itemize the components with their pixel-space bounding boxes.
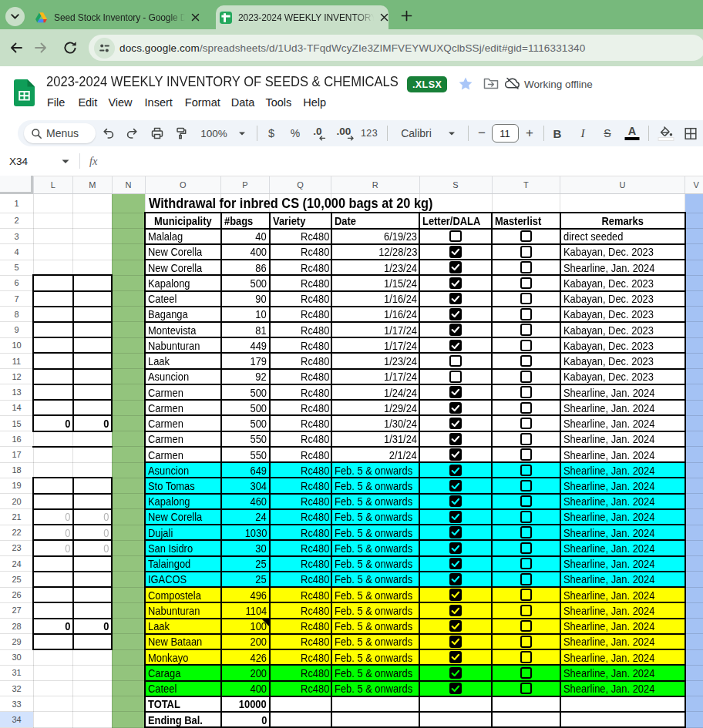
- cell-variety-20[interactable]: Rc480: [273, 494, 330, 509]
- row-header-7[interactable]: 7: [0, 291, 33, 307]
- checkbox-S-31-checked[interactable]: [449, 667, 462, 679]
- spreadsheet-grid[interactable]: LMNOPQRSTUV12345678910111213141516171819…: [0, 176, 703, 728]
- cell-remarks-14[interactable]: Shearline, Jan. 2024: [563, 400, 682, 415]
- row-header-10[interactable]: 10: [0, 337, 33, 353]
- cell-remarks-17[interactable]: Shearline, Jan. 2024: [563, 447, 682, 462]
- checkbox-S-16-checked[interactable]: [449, 433, 462, 445]
- cell-date-31[interactable]: Feb. 5 & onwards: [335, 665, 417, 680]
- cell-remarks-23[interactable]: Shearline, Jan. 2024: [563, 540, 682, 555]
- checkbox-S-30-checked[interactable]: [449, 651, 462, 663]
- cell-variety-19[interactable]: Rc480: [273, 478, 330, 493]
- checkbox-T-30-unchecked[interactable]: [520, 651, 533, 663]
- menu-format[interactable]: Format: [185, 96, 220, 109]
- cell-municipality-24[interactable]: Talaingod: [148, 556, 218, 572]
- checkbox-T-29-unchecked[interactable]: [520, 636, 533, 648]
- header-cell-masterlist[interactable]: Masterlist: [495, 213, 557, 228]
- cell-date-30[interactable]: Feb. 5 & onwards: [335, 649, 417, 665]
- cell-l-21[interactable]: 0: [36, 509, 70, 525]
- checkbox-T-31-unchecked[interactable]: [520, 667, 533, 679]
- header-cell--bags[interactable]: #bags: [224, 213, 267, 228]
- column-header-T[interactable]: T: [492, 176, 560, 193]
- cell-date-25[interactable]: Feb. 5 & onwards: [335, 572, 417, 587]
- checkbox-T-26-unchecked[interactable]: [520, 589, 533, 601]
- site-settings-chip[interactable]: [94, 38, 115, 59]
- number-format-button[interactable]: 123: [361, 120, 378, 146]
- cell-remarks-19[interactable]: Shearline, Jan. 2024: [563, 478, 682, 493]
- cell-bags-17[interactable]: 550: [224, 447, 267, 462]
- cell-remarks-6[interactable]: Kabayan, Dec. 2023: [563, 275, 682, 290]
- row-header-5[interactable]: 5: [0, 260, 33, 275]
- format-percent-button[interactable]: %: [291, 120, 300, 146]
- bold-button[interactable]: B: [553, 120, 562, 146]
- cell-municipality-28[interactable]: Laak: [148, 619, 218, 634]
- cell-bags-5[interactable]: 86: [224, 260, 267, 275]
- cell-bags-29[interactable]: 200: [224, 634, 267, 649]
- checkbox-S-20-checked[interactable]: [449, 495, 462, 508]
- row-header-22[interactable]: 22: [0, 525, 33, 540]
- cell-municipality-22[interactable]: Dujali: [148, 525, 218, 540]
- redo-button[interactable]: [125, 120, 139, 146]
- cell-variety-7[interactable]: Rc480: [273, 291, 330, 307]
- title-cell[interactable]: Withdrawal for inbred CS (10,000 bags at…: [149, 194, 611, 213]
- cell-m-15[interactable]: 0: [76, 415, 109, 431]
- cell-bags-10[interactable]: 449: [224, 337, 267, 353]
- column-header-P[interactable]: P: [221, 176, 270, 193]
- font-family-control[interactable]: Calibri: [401, 120, 432, 146]
- checkbox-T-9-unchecked[interactable]: [520, 324, 533, 336]
- checkbox-T-11-unchecked[interactable]: [520, 355, 533, 367]
- cell-variety-17[interactable]: Rc480: [273, 447, 330, 462]
- checkbox-S-10-checked[interactable]: [449, 340, 462, 352]
- cell-municipality-21[interactable]: New Corella: [148, 509, 218, 525]
- checkbox-S-15-checked[interactable]: [449, 418, 462, 430]
- cell-remarks-31[interactable]: Shearline, Jan. 2024: [563, 665, 682, 680]
- column-header-L[interactable]: L: [33, 176, 73, 193]
- cell-date-32[interactable]: Feb. 5 & onwards: [335, 681, 417, 696]
- cell-remarks-3[interactable]: direct seeded: [563, 229, 682, 244]
- text-color-button[interactable]: A: [625, 120, 640, 146]
- checkbox-T-22-unchecked[interactable]: [520, 526, 533, 538]
- checkbox-S-8-checked[interactable]: [449, 308, 462, 320]
- cell-municipality-8[interactable]: Baganga: [148, 307, 218, 322]
- cell-bags-6[interactable]: 500: [224, 275, 267, 290]
- menu-help[interactable]: Help: [303, 96, 326, 109]
- checkbox-T-25-unchecked[interactable]: [520, 573, 533, 585]
- toolbar-search[interactable]: Menus: [24, 123, 96, 143]
- checkbox-S-9-checked[interactable]: [449, 324, 462, 336]
- row-header-12[interactable]: 12: [0, 369, 33, 384]
- cell-bags-3[interactable]: 40: [224, 229, 267, 244]
- cell-date-26[interactable]: Feb. 5 & onwards: [335, 587, 417, 602]
- row-header-8[interactable]: 8: [0, 307, 33, 322]
- tab-seed-stock-inventory[interactable]: Seed Stock Inventory - Google Dr: [28, 5, 207, 29]
- cell-bags-32[interactable]: 400: [224, 681, 267, 696]
- tab-search-button[interactable]: [5, 7, 25, 26]
- cell-bags-8[interactable]: 10: [224, 307, 267, 322]
- cell-municipality-15[interactable]: Carmen: [148, 415, 218, 431]
- cell-bags-4[interactable]: 400: [224, 244, 267, 260]
- checkbox-T-27-unchecked[interactable]: [520, 605, 533, 617]
- row-header-21[interactable]: 21: [0, 509, 33, 525]
- cell-bags-27[interactable]: 1104: [224, 602, 267, 618]
- back-button[interactable]: [9, 41, 23, 55]
- decrease-font-button[interactable]: −: [478, 120, 486, 146]
- increase-font-button[interactable]: +: [526, 120, 533, 146]
- checkbox-S-13-checked[interactable]: [449, 386, 462, 398]
- header-cell-date[interactable]: Date: [335, 213, 417, 228]
- checkbox-S-5-checked[interactable]: [449, 261, 462, 273]
- sheets-logo[interactable]: [14, 79, 35, 109]
- cell-bags-11[interactable]: 179: [224, 353, 267, 368]
- row-header-28[interactable]: 28: [0, 619, 33, 634]
- italic-button[interactable]: I: [580, 120, 584, 146]
- zoom-control[interactable]: 100%: [200, 120, 227, 146]
- column-header-N[interactable]: N: [112, 176, 145, 193]
- new-tab-button[interactable]: [401, 10, 412, 22]
- document-title[interactable]: 2023-2024 WEEKLY INVENTORY OF SEEDS & CH…: [46, 74, 399, 90]
- cell-date-19[interactable]: Feb. 5 & onwards: [335, 478, 417, 493]
- paint-format-button[interactable]: [173, 120, 187, 146]
- row-header-26[interactable]: 26: [0, 587, 33, 602]
- cell-bags-14[interactable]: 500: [224, 400, 267, 415]
- cell-remarks-18[interactable]: Shearline, Jan. 2024: [563, 462, 682, 478]
- cell-municipality-30[interactable]: Monkayo: [148, 649, 218, 665]
- row-header-25[interactable]: 25: [0, 572, 33, 587]
- cell-remarks-32[interactable]: Shearline, Jan. 2024: [563, 681, 682, 696]
- row-header-2[interactable]: 2: [0, 213, 33, 228]
